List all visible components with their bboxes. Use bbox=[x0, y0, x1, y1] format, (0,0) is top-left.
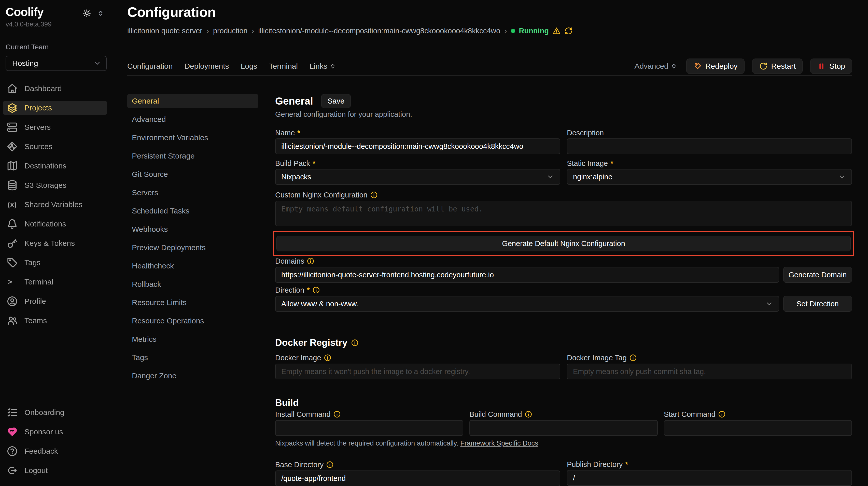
status-badge[interactable]: Running bbox=[519, 27, 549, 35]
sidebar-item-teams[interactable]: Teams bbox=[3, 314, 107, 327]
stop-button[interactable]: Stop bbox=[810, 59, 852, 74]
main-content: Configuration illicitonion quote server … bbox=[111, 0, 868, 486]
subnav-item-webhooks[interactable]: Webhooks bbox=[127, 222, 258, 236]
breadcrumb-project[interactable]: illicitonion quote server bbox=[127, 27, 203, 35]
redeploy-button[interactable]: Redeploy bbox=[686, 59, 745, 74]
users-icon bbox=[7, 315, 18, 326]
sidebar-collapse-icon[interactable] bbox=[97, 10, 104, 17]
chevrons-up-down-icon bbox=[671, 63, 677, 69]
base-directory-input[interactable] bbox=[275, 471, 560, 486]
subnav-item-general[interactable]: General bbox=[127, 94, 258, 108]
subnav-item-scheduled-tasks[interactable]: Scheduled Tasks bbox=[127, 204, 258, 218]
sidebar-item-s3-storages[interactable]: S3 Storages bbox=[3, 179, 107, 192]
info-icon[interactable] bbox=[324, 354, 332, 362]
subnav-item-resource-operations[interactable]: Resource Operations bbox=[127, 314, 258, 328]
sidebar-item-sources[interactable]: Sources bbox=[3, 140, 107, 154]
tab-logs[interactable]: Logs bbox=[241, 62, 257, 70]
subnav-item-preview-deployments[interactable]: Preview Deployments bbox=[127, 241, 258, 254]
info-icon[interactable] bbox=[370, 191, 378, 199]
info-icon[interactable] bbox=[351, 339, 359, 347]
terminal-icon: >_ bbox=[7, 276, 18, 288]
info-icon[interactable] bbox=[629, 354, 637, 362]
tab-terminal[interactable]: Terminal bbox=[269, 62, 298, 70]
info-icon[interactable] bbox=[718, 411, 726, 418]
info-icon[interactable] bbox=[525, 411, 532, 418]
build-command-input[interactable] bbox=[469, 420, 657, 436]
current-team-label: Current Team bbox=[6, 43, 107, 51]
warning-icon[interactable] bbox=[552, 27, 561, 35]
sidebar-item-terminal[interactable]: >_Terminal bbox=[3, 275, 107, 289]
git-icon bbox=[7, 141, 18, 152]
nginx-config-label: Custom Nginx Configuration bbox=[275, 191, 368, 198]
subnav-item-advanced[interactable]: Advanced bbox=[127, 112, 258, 126]
subnav-item-metrics[interactable]: Metrics bbox=[127, 332, 258, 346]
section-heading-general: General bbox=[275, 94, 313, 108]
sidebar-item-dashboard[interactable]: Dashboard bbox=[3, 82, 107, 95]
subnav-item-git-source[interactable]: Git Source bbox=[127, 167, 258, 181]
theme-toggle-sun-icon[interactable] bbox=[82, 9, 91, 18]
map-icon bbox=[7, 160, 18, 171]
sidebar-item-servers[interactable]: Servers bbox=[3, 120, 107, 134]
restart-button[interactable]: Restart bbox=[752, 59, 803, 74]
sidebar-item-tags[interactable]: Tags bbox=[3, 256, 107, 269]
layers-icon bbox=[7, 102, 18, 114]
sidebar-item-projects[interactable]: Projects bbox=[3, 101, 107, 115]
generate-nginx-button[interactable]: Generate Default Nginx Configuration bbox=[276, 236, 851, 251]
description-input[interactable] bbox=[567, 138, 852, 154]
advanced-dropdown[interactable]: Advanced bbox=[634, 62, 677, 70]
subnav-item-danger-zone[interactable]: Danger Zone bbox=[127, 369, 258, 383]
subnav-item-environment-variables[interactable]: Environment Variables bbox=[127, 131, 258, 144]
tab-deployments[interactable]: Deployments bbox=[184, 62, 229, 70]
subnav-item-healthcheck[interactable]: Healthcheck bbox=[127, 259, 258, 273]
start-command-input[interactable] bbox=[664, 420, 852, 436]
app-version: v4.0.0-beta.399 bbox=[6, 20, 52, 28]
framework-docs-link[interactable]: Framework Specific Docs bbox=[460, 440, 538, 447]
publish-directory-input[interactable] bbox=[567, 470, 852, 486]
install-command-label: Install Command bbox=[275, 411, 331, 418]
save-button[interactable]: Save bbox=[321, 94, 351, 108]
static-image-select[interactable]: nginx:alpine bbox=[567, 169, 852, 185]
sidebar-item-feedback[interactable]: Feedback bbox=[3, 444, 107, 458]
docker-image-tag-input[interactable] bbox=[567, 364, 852, 379]
domains-input[interactable] bbox=[275, 267, 779, 283]
team-select-value: Hosting bbox=[12, 59, 38, 68]
name-input[interactable] bbox=[275, 138, 560, 154]
generate-domain-button[interactable]: Generate Domain bbox=[783, 267, 852, 283]
tab-links[interactable]: Links bbox=[310, 62, 336, 70]
info-icon[interactable] bbox=[312, 286, 320, 294]
nginx-config-textarea[interactable] bbox=[275, 201, 852, 226]
refresh-icon[interactable] bbox=[564, 27, 573, 35]
build-pack-select[interactable]: Nixpacks bbox=[275, 169, 560, 185]
sidebar-item-sponsor-us[interactable]: Sponsor us bbox=[3, 425, 107, 439]
sidebar-item-destinations[interactable]: Destinations bbox=[3, 159, 107, 173]
breadcrumb-separator: › bbox=[504, 27, 507, 35]
direction-select[interactable]: Allow www & non-www. bbox=[275, 296, 779, 312]
sidebar-item-keys-tokens[interactable]: Keys & Tokens bbox=[3, 236, 107, 250]
braces-x-icon: (x) bbox=[7, 199, 18, 210]
sidebar-item-shared-variables[interactable]: (x)Shared Variables bbox=[3, 198, 107, 212]
docker-image-input[interactable] bbox=[275, 364, 560, 379]
install-command-input[interactable] bbox=[275, 420, 463, 436]
subnav-item-servers[interactable]: Servers bbox=[127, 186, 258, 199]
info-icon[interactable] bbox=[326, 461, 334, 468]
subnav-item-tags[interactable]: Tags bbox=[127, 351, 258, 364]
breadcrumb-resource[interactable]: illicitestonion/-module--decomposition:m… bbox=[258, 27, 500, 35]
breadcrumb-environment[interactable]: production bbox=[213, 27, 247, 35]
logout-icon bbox=[7, 465, 18, 476]
docker-registry-heading: Docker Registry bbox=[275, 337, 347, 348]
tab-configuration[interactable]: Configuration bbox=[127, 62, 173, 70]
help-circle-icon bbox=[7, 446, 18, 457]
sidebar-item-logout[interactable]: Logout bbox=[3, 464, 107, 477]
subnav-item-resource-limits[interactable]: Resource Limits bbox=[127, 296, 258, 310]
sidebar-item-onboarding[interactable]: Onboarding bbox=[3, 406, 107, 419]
set-direction-button[interactable]: Set Direction bbox=[783, 296, 852, 312]
general-form: General Save General configuration for y… bbox=[275, 94, 852, 486]
team-select[interactable]: Hosting bbox=[6, 56, 107, 71]
subnav-item-rollback[interactable]: Rollback bbox=[127, 277, 258, 291]
info-icon[interactable] bbox=[307, 257, 314, 265]
info-icon[interactable] bbox=[333, 411, 341, 418]
sidebar-item-profile[interactable]: Profile bbox=[3, 294, 107, 308]
subnav-item-persistent-storage[interactable]: Persistent Storage bbox=[127, 149, 258, 163]
sidebar-item-notifications[interactable]: Notifications bbox=[3, 217, 107, 231]
build-command-label: Build Command bbox=[469, 411, 522, 418]
